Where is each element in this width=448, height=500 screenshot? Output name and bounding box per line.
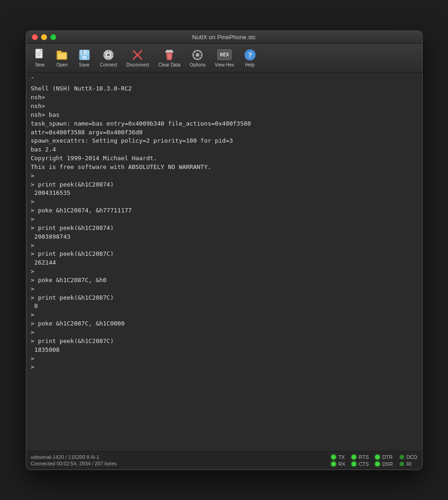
dsr-led bbox=[375, 462, 380, 466]
connect-label: Connect bbox=[100, 62, 117, 67]
options-button[interactable]: Options bbox=[186, 47, 209, 69]
save-button[interactable]: Save bbox=[74, 47, 95, 69]
new-button[interactable]: New bbox=[30, 47, 50, 69]
options-icon bbox=[191, 48, 204, 61]
svg-rect-22 bbox=[166, 50, 173, 51]
cts-label: CTS bbox=[358, 461, 369, 467]
view-hex-icon: HEX bbox=[218, 48, 231, 61]
cts-indicator: CTS bbox=[352, 461, 369, 467]
new-icon bbox=[34, 48, 47, 61]
rts-led bbox=[352, 455, 356, 459]
dtr-dsr-group: DTR DSR bbox=[375, 454, 393, 467]
tx-led bbox=[331, 455, 336, 459]
svg-line-33 bbox=[200, 57, 201, 58]
connection-info: usbserial-1420 / 115200 8-N-1 bbox=[31, 454, 323, 460]
svg-rect-9 bbox=[81, 50, 87, 54]
svg-rect-23 bbox=[165, 51, 173, 53]
ri-indicator: RI bbox=[400, 461, 418, 467]
terminal-text: ˆ Shell (NSH) NuttX-10.3.0-RC2 nsh> nsh>… bbox=[31, 76, 418, 372]
save-icon bbox=[78, 48, 91, 61]
ri-led bbox=[400, 462, 404, 466]
dcd-label: DCD bbox=[406, 454, 418, 460]
help-icon: ? bbox=[244, 48, 257, 61]
rts-label: RTS bbox=[358, 454, 369, 460]
svg-rect-7 bbox=[58, 53, 67, 59]
rts-cts-group: RTS CTS bbox=[352, 454, 369, 467]
dsr-indicator: DSR bbox=[375, 461, 393, 467]
save-label: Save bbox=[79, 62, 90, 67]
dcd-ri-group: DCD RI bbox=[400, 454, 418, 467]
maximize-button[interactable] bbox=[50, 34, 56, 40]
connect-icon bbox=[102, 48, 115, 61]
svg-text:?: ? bbox=[248, 51, 252, 60]
dtr-indicator: DTR bbox=[375, 454, 393, 460]
tx-label: TX bbox=[338, 454, 345, 460]
clear-data-icon bbox=[163, 48, 176, 61]
tx-rx-group: TX RX bbox=[331, 454, 345, 467]
connect-button[interactable]: Connect bbox=[96, 47, 121, 69]
clear-data-button[interactable]: Clear Data bbox=[155, 47, 184, 69]
view-hex-button[interactable]: HEX View Hex bbox=[211, 47, 238, 69]
svg-rect-12 bbox=[82, 56, 87, 59]
close-button[interactable] bbox=[32, 34, 38, 40]
svg-point-27 bbox=[196, 53, 199, 57]
disconnect-icon bbox=[131, 48, 144, 61]
status-left: usbserial-1420 / 115200 8-N-1 Connected … bbox=[31, 454, 323, 466]
options-label: Options bbox=[190, 62, 205, 67]
view-hex-label: View Hex bbox=[215, 62, 234, 67]
open-button[interactable]: Open bbox=[52, 47, 72, 69]
help-button[interactable]: ? Help bbox=[240, 47, 260, 69]
svg-line-34 bbox=[200, 51, 201, 53]
new-label: New bbox=[35, 62, 44, 67]
dsr-label: DSR bbox=[382, 461, 393, 467]
terminal-output[interactable]: ˆ Shell (NSH) NuttX-10.3.0-RC2 nsh> nsh>… bbox=[26, 72, 422, 451]
status-indicators: TX RX RTS CTS DT bbox=[331, 454, 417, 467]
window-title: NuttX on PinePhone.stc bbox=[192, 34, 256, 41]
rts-indicator: RTS bbox=[352, 454, 369, 460]
dcd-indicator: DCD bbox=[400, 454, 418, 460]
rx-led bbox=[331, 462, 336, 466]
dtr-led bbox=[375, 455, 380, 459]
svg-line-32 bbox=[194, 51, 196, 53]
svg-line-35 bbox=[194, 57, 196, 58]
dtr-label: DTR bbox=[382, 454, 393, 460]
svg-rect-10 bbox=[82, 50, 84, 54]
traffic-lights bbox=[32, 34, 56, 40]
dcd-led bbox=[400, 455, 404, 459]
toolbar: New Open Save bbox=[26, 44, 422, 72]
main-window: NuttX on PinePhone.stc New bbox=[26, 30, 423, 470]
ri-label: RI bbox=[406, 461, 412, 467]
help-label: Help bbox=[245, 62, 255, 67]
tx-indicator: TX bbox=[331, 454, 345, 460]
rx-indicator: RX bbox=[331, 461, 345, 467]
open-label: Open bbox=[56, 62, 67, 67]
svg-rect-6 bbox=[57, 51, 61, 53]
rx-label: RX bbox=[338, 461, 345, 467]
disconnect-label: Disconnect bbox=[126, 62, 149, 67]
open-icon bbox=[56, 48, 69, 61]
connection-status: Connected 00:02:54, 2934 / 207 bytes bbox=[31, 461, 323, 466]
cts-led bbox=[352, 462, 356, 466]
status-bar: usbserial-1420 / 115200 8-N-1 Connected … bbox=[26, 451, 422, 470]
disconnect-button[interactable]: Disconnect bbox=[123, 47, 153, 69]
svg-point-15 bbox=[107, 54, 110, 56]
minimize-button[interactable] bbox=[41, 34, 47, 40]
title-bar: NuttX on PinePhone.stc bbox=[26, 31, 422, 44]
clear-data-label: Clear Data bbox=[158, 62, 180, 67]
